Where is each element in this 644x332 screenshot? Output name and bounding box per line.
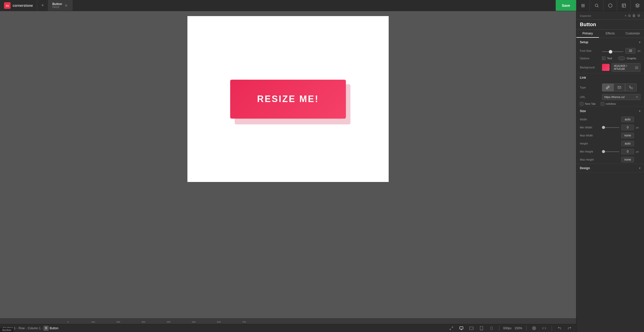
new-tab-item: New Tab: [580, 102, 596, 106]
new-tab-checkbox[interactable]: [580, 102, 583, 106]
button-label: RESIZE ME!: [257, 94, 319, 104]
active-tab[interactable]: Button PAGE ✕: [48, 0, 72, 11]
topbar: cs cornerstone + Button PAGE ✕ Save ⊞: [0, 0, 644, 11]
resize-icon[interactable]: [448, 325, 455, 332]
tablet-portrait-icon[interactable]: [478, 325, 485, 332]
inspector-tabs: Primary Effects Customize: [576, 30, 644, 38]
breadcrumb-row[interactable]: Row: [19, 326, 25, 330]
status-bar: Section: [0, 328, 13, 332]
font-size-range-input[interactable]: [602, 51, 623, 52]
inspector-panel: Inspector + ⧉ 🗑 ⚙ Button Primary Effects…: [576, 11, 644, 332]
save-button[interactable]: Save: [556, 0, 576, 11]
background-clear-icon[interactable]: ▤: [635, 65, 638, 69]
main-layout: RESIZE ME! 0 100 200: [0, 11, 644, 332]
link-type-row: Type: [576, 82, 644, 93]
max-width-row: Max Width none: [576, 131, 644, 139]
min-width-slider[interactable]: [602, 127, 619, 128]
inspector-copy-icon[interactable]: ⧉: [628, 14, 631, 18]
tab-effects[interactable]: Effects: [599, 30, 622, 38]
grid-icon[interactable]: ⊞: [576, 0, 590, 11]
tab-close-button[interactable]: ✕: [64, 4, 68, 8]
text-checkbox[interactable]: ✓: [602, 57, 606, 60]
ruler-content: 0 100 200 300 400 500: [0, 318, 576, 324]
width-label: Width: [580, 118, 600, 121]
font-size-label: Font Size: [580, 49, 600, 52]
url-clear-icon[interactable]: ✕: [636, 95, 638, 99]
redo-icon[interactable]: [566, 325, 573, 332]
link-type-phone-button[interactable]: [625, 83, 637, 91]
max-width-value[interactable]: none: [621, 133, 634, 138]
undo-icon[interactable]: [556, 325, 563, 332]
divider: [499, 326, 499, 331]
desktop-icon[interactable]: [458, 325, 465, 332]
design-section-header[interactable]: Design ▾: [576, 164, 644, 172]
height-value[interactable]: auto: [621, 141, 634, 146]
link-type-label: Type: [580, 86, 600, 89]
layers-icon[interactable]: [630, 0, 644, 11]
url-input-field[interactable]: https://theme.co/ ✕: [602, 94, 640, 100]
min-width-label: Min Width: [580, 126, 600, 129]
search-icon[interactable]: [590, 0, 603, 11]
tab-customize[interactable]: Customize: [621, 30, 644, 38]
link-section-header: Link: [576, 73, 644, 82]
divider-3: [552, 326, 552, 331]
svg-rect-2: [622, 4, 626, 7]
design-section-title: Design: [580, 166, 590, 170]
breadcrumb-button[interactable]: B Button: [44, 326, 58, 331]
tablet-landscape-icon[interactable]: [468, 325, 475, 332]
svg-rect-15: [491, 327, 492, 329]
size-chevron-icon: ▾: [639, 109, 640, 113]
min-height-row: Min Height 0 px: [576, 148, 644, 156]
url-row: URL https://theme.co/ ✕: [576, 93, 644, 101]
size-section-header[interactable]: Size ▾: [576, 107, 644, 115]
link-section: Link Type: [576, 73, 644, 107]
text-option: ✓ Text: [602, 57, 612, 60]
font-size-slider[interactable]: [602, 49, 623, 53]
ruler-mark-500: 500: [181, 321, 206, 323]
height-label: Height: [580, 142, 600, 145]
width-value[interactable]: auto: [621, 117, 634, 122]
ruler-mark-600: 600: [206, 321, 231, 323]
min-height-slider[interactable]: [602, 151, 619, 152]
background-swatch[interactable]: [602, 64, 610, 71]
max-height-label: Max Height: [580, 158, 600, 161]
resize-me-button[interactable]: RESIZE ME!: [230, 80, 346, 119]
nofollow-checkbox[interactable]: [601, 102, 604, 106]
background-value[interactable]: #EA2A55 / #F54168 ▤: [612, 63, 640, 72]
inspector-header: Inspector + ⧉ 🗑 ⚙: [576, 11, 644, 20]
svg-point-18: [533, 327, 535, 329]
font-size-unit: px: [637, 49, 640, 52]
code-icon[interactable]: [541, 325, 548, 332]
tab-subtitle: PAGE: [52, 6, 62, 9]
inspector-settings-icon[interactable]: ⚙: [637, 14, 640, 18]
link-type-url-button[interactable]: [602, 83, 614, 91]
zoom-level: 150%: [514, 326, 522, 330]
background-row: Background #EA2A55 / #F54168 ▤: [576, 62, 644, 73]
cs-logo-icon: cs: [4, 2, 11, 9]
link-section-title: Link: [580, 76, 586, 79]
options-label: Options: [580, 57, 600, 60]
target-icon[interactable]: [531, 325, 538, 332]
inspector-label: Inspector: [580, 14, 591, 17]
max-width-label: Max Width: [580, 134, 600, 137]
box-icon[interactable]: [603, 0, 617, 11]
setup-chevron-icon: ▾: [639, 40, 640, 44]
font-size-value-input[interactable]: [625, 48, 635, 54]
logo-text: cornerstone: [13, 4, 33, 8]
logo-area: cs cornerstone: [0, 0, 37, 11]
graphic-toggle[interactable]: [618, 57, 625, 60]
tab-primary[interactable]: Primary: [576, 30, 599, 38]
width-row: Width auto: [576, 115, 644, 123]
add-tab-button[interactable]: +: [37, 0, 48, 11]
min-height-value[interactable]: 0: [621, 149, 634, 154]
max-height-value[interactable]: none: [621, 157, 634, 162]
breadcrumb-column[interactable]: Column 1: [28, 326, 41, 330]
setup-section-header[interactable]: Setup ▾: [576, 38, 644, 46]
inspector-trash-icon[interactable]: 🗑: [632, 14, 636, 18]
layout-icon[interactable]: [617, 0, 630, 11]
options-row: Options ✓ Text Graphic: [576, 55, 644, 62]
link-type-email-button[interactable]: [614, 83, 625, 91]
min-width-value[interactable]: 0: [621, 125, 634, 130]
inspector-add-icon[interactable]: +: [625, 14, 627, 18]
mobile-icon[interactable]: [488, 325, 495, 332]
